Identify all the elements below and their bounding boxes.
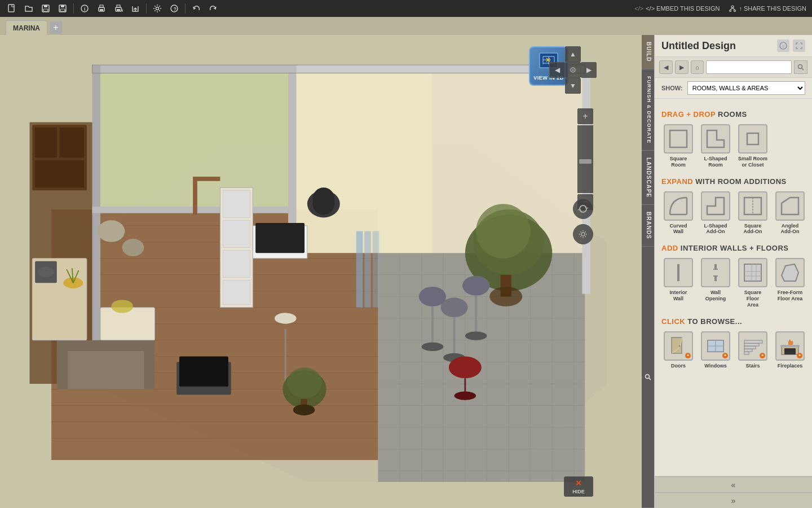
svg-rect-105	[356, 231, 363, 308]
export-icon[interactable]	[129, 2, 142, 15]
tabs-bar: MARINA +	[0, 17, 812, 35]
angled-addon-item[interactable]: AngledAdd-On	[773, 189, 807, 238]
fireplaces-item[interactable]: + Fireplaces	[773, 329, 807, 371]
square-addon-icon	[738, 191, 767, 221]
rotate-button[interactable]	[573, 199, 593, 219]
print2-icon[interactable]: ⊕	[112, 2, 125, 15]
embed-link[interactable]: </> </> EMBED THIS DESIGN	[634, 5, 720, 12]
save-as-icon[interactable]: +	[56, 2, 69, 15]
cam-left-button[interactable]: ◀	[549, 62, 565, 78]
redo-icon[interactable]	[207, 2, 219, 15]
svg-rect-177	[744, 340, 762, 343]
svg-point-23	[734, 10, 736, 12]
cam-up-button[interactable]: ▲	[565, 46, 581, 62]
svg-line-147	[802, 68, 804, 70]
svg-rect-104	[313, 187, 335, 214]
save-icon[interactable]	[39, 2, 52, 15]
small-room-icon	[738, 124, 767, 154]
cam-center-button[interactable]	[565, 62, 581, 78]
info-icon[interactable]: i	[78, 2, 91, 15]
info-panel-icon[interactable]: i	[777, 40, 789, 52]
print-icon[interactable]	[95, 2, 108, 15]
nav-forward-button[interactable]: ▶	[675, 60, 689, 74]
svg-point-114	[489, 287, 522, 306]
svg-point-122	[462, 276, 489, 296]
resize-panel-icon[interactable]	[793, 40, 805, 52]
svg-point-140	[572, 69, 574, 71]
show-row: SHOW: ROOMS, WALLS & AREAS FURNITURE ALL	[655, 78, 812, 99]
square-addon-item[interactable]: SquareAdd-On	[736, 189, 770, 238]
svg-point-116	[287, 367, 322, 398]
svg-point-18	[156, 7, 159, 10]
svg-point-95	[122, 239, 144, 256]
freeform-floor-item[interactable]: Free-FormFloor Area	[773, 256, 807, 310]
new-file-icon[interactable]	[6, 2, 18, 15]
side-tab-furnish[interactable]: FURNISH & DECORATE	[642, 69, 654, 151]
svg-rect-175	[744, 346, 756, 349]
show-label: SHOW:	[661, 85, 683, 91]
side-tab-build[interactable]: BUILD	[642, 35, 654, 69]
wall-opening-item[interactable]: WallOpening	[699, 256, 732, 310]
drag-drop-rooms-grid: SquareRoom L-ShapedRoom	[661, 122, 805, 170]
doors-item[interactable]: + Doors	[661, 329, 695, 371]
svg-point-118	[293, 405, 315, 415]
zoom-slider-track[interactable]	[577, 125, 593, 193]
svg-rect-76	[223, 250, 250, 277]
panel-bottom: « »	[655, 476, 812, 508]
cam-right-button[interactable]: ▶	[581, 62, 597, 78]
side-tab-brands[interactable]: BRANDS	[642, 205, 654, 247]
open-file-icon[interactable]	[23, 2, 35, 15]
svg-rect-86	[57, 345, 155, 389]
svg-text:⊕: ⊕	[121, 8, 123, 13]
square-floor-item[interactable]: Square FloorArea	[736, 256, 770, 310]
settings-button[interactable]	[573, 224, 593, 244]
windows-item[interactable]: + Windows	[699, 329, 732, 371]
side-tabs-container: BUILD FURNISH & DECORATE LANDSCAPE BRAND…	[642, 35, 654, 508]
svg-point-141	[581, 233, 585, 236]
svg-rect-171	[708, 346, 716, 352]
settings-toolbar-icon[interactable]	[151, 2, 164, 15]
embed-code-icon: </>	[634, 5, 643, 12]
help-icon[interactable]: ?	[168, 2, 180, 15]
lshaped-room-icon	[701, 124, 730, 154]
curved-wall-item[interactable]: CurvedWall	[661, 189, 695, 238]
add-grid: InteriorWall WallOpening	[661, 256, 805, 310]
tab-add-button[interactable]: +	[50, 21, 62, 34]
svg-rect-176	[744, 343, 759, 346]
main-area: VIEW IN 2D ▲ ◀ ▶ ▼	[0, 35, 812, 508]
tab-marina[interactable]: MARINA	[6, 20, 47, 35]
search-button[interactable]	[794, 60, 807, 74]
zoom-slider-thumb[interactable]	[579, 159, 592, 164]
svg-rect-170	[716, 340, 723, 346]
nav-back-button[interactable]: ◀	[659, 60, 673, 74]
svg-rect-88	[57, 345, 68, 389]
svg-rect-91	[179, 357, 228, 387]
svg-point-93	[111, 300, 133, 313]
svg-rect-169	[708, 340, 716, 346]
collapse-up-button[interactable]: «	[655, 476, 812, 492]
canvas-area[interactable]: VIEW IN 2D ▲ ◀ ▶ ▼	[0, 35, 642, 508]
show-select[interactable]: ROOMS, WALLS & AREAS FURNITURE ALL	[687, 81, 805, 95]
hide-button[interactable]: ✕ HIDE	[564, 476, 593, 497]
side-tab-search[interactable]	[642, 247, 654, 508]
search-input[interactable]	[706, 60, 792, 74]
stairs-item[interactable]: + Stairs	[736, 329, 770, 371]
undo-icon[interactable]	[190, 2, 202, 15]
nav-home-button[interactable]: ⌂	[691, 60, 704, 74]
svg-rect-172	[716, 346, 723, 352]
svg-rect-92	[100, 308, 155, 340]
cam-down-button[interactable]: ▼	[565, 78, 581, 94]
share-label: ↑ SHARE THIS DESIGN	[739, 5, 806, 12]
panel-nav: ◀ ▶ ⌂	[655, 57, 812, 78]
zoom-in-button[interactable]: +	[577, 108, 593, 124]
side-tab-landscape[interactable]: LANDSCAPE	[642, 151, 654, 205]
small-room-item[interactable]: Small Roomor Closet	[736, 122, 770, 170]
lshaped-room-item[interactable]: L-ShapedRoom	[699, 122, 732, 170]
share-link[interactable]: ↑ SHARE THIS DESIGN	[729, 5, 806, 12]
lshaped-addon-item[interactable]: L-ShapedAdd-On	[699, 189, 732, 238]
svg-rect-148	[670, 130, 687, 147]
square-room-item[interactable]: SquareRoom	[661, 122, 695, 170]
collapse-down-button[interactable]: »	[655, 492, 812, 508]
svg-point-124	[465, 331, 487, 340]
interior-wall-item[interactable]: InteriorWall	[661, 256, 695, 310]
